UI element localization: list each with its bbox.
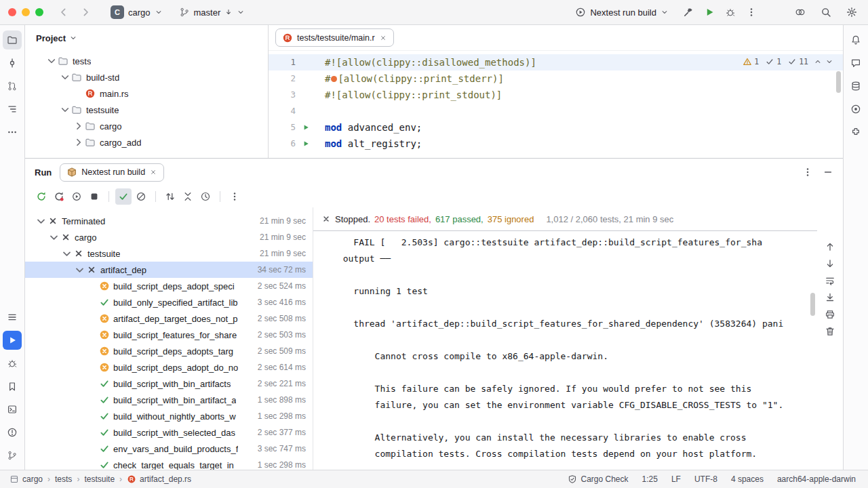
test-tree-item[interactable]: build_script_deps_adopt_speci2 sec 524 m…: [25, 278, 313, 294]
tool-stripe-database[interactable]: [846, 77, 865, 96]
chevron-down-icon[interactable]: [60, 247, 73, 260]
test-tree-item[interactable]: Terminated21 min 9 sec: [25, 213, 313, 229]
tool-stripe-more[interactable]: [3, 123, 22, 142]
window-close-button[interactable]: [8, 8, 16, 16]
run-configuration-widget[interactable]: Nextest run build: [570, 5, 673, 20]
code-line[interactable]: 4: [269, 103, 843, 119]
tool-stripe-problems[interactable]: [3, 423, 22, 442]
chevron-down-icon[interactable]: [35, 215, 47, 228]
tool-stripe-menu[interactable]: [3, 308, 22, 327]
test-tree-item[interactable]: artifact_dep_target_does_not_p2 sec 508 …: [25, 310, 313, 327]
test-tree-item[interactable]: artifact_dep34 sec 72 ms: [25, 262, 313, 278]
window-minimize-button[interactable]: [22, 8, 30, 16]
run-icon[interactable]: [704, 7, 715, 18]
test-tree-item[interactable]: build_script_with_bin_artifact_a1 sec 89…: [25, 392, 313, 408]
tool-stripe-project[interactable]: [3, 30, 22, 49]
tool-stripe-ai-assistant[interactable]: [846, 54, 865, 73]
tool-stripe-commit[interactable]: [3, 54, 22, 73]
status-widget-aarch64-apple-darwin[interactable]: aarch64-apple-darwin: [777, 474, 856, 484]
scroll-down-icon[interactable]: [825, 258, 835, 269]
console-scrollbar[interactable]: [810, 293, 815, 316]
project-tree-item[interactable]: cargo: [25, 118, 268, 134]
minimize-icon[interactable]: [823, 167, 833, 178]
run-gutter-slot[interactable]: [296, 123, 316, 131]
more-v-icon[interactable]: [746, 7, 757, 18]
test-tree-item[interactable]: cargo21 min 9 sec: [25, 229, 313, 245]
show-passed-button[interactable]: [115, 188, 132, 205]
tool-stripe-plugins[interactable]: [846, 123, 865, 142]
auto-test-button[interactable]: [68, 188, 85, 205]
test-tree-item[interactable]: build_script_with_bin_artifacts2 sec 221…: [25, 375, 313, 392]
breadcrumb-testsuite[interactable]: testsuite: [84, 474, 115, 484]
breadcrumb-tests[interactable]: tests: [55, 474, 72, 484]
window-zoom-button[interactable]: [35, 8, 43, 16]
run-gutter-slot[interactable]: [296, 140, 316, 148]
chevron-down-icon[interactable]: [47, 231, 60, 244]
scroll-up-icon[interactable]: [825, 241, 835, 252]
code-line[interactable]: 2#[allow(clippy::print_stderr)]: [269, 70, 843, 87]
chevron-down-icon[interactable]: [45, 55, 58, 67]
test-tree-item[interactable]: build_only_specified_artifact_lib3 sec 4…: [25, 294, 313, 310]
status-widget-1-25[interactable]: 1:25: [642, 474, 658, 484]
status-widget-utf-8[interactable]: UTF-8: [694, 474, 717, 484]
test-tree-item[interactable]: build_without_nightly_aborts_w1 sec 298 …: [25, 408, 313, 424]
tool-stripe-coverage[interactable]: [846, 100, 865, 119]
show-ignored-button[interactable]: [133, 188, 149, 205]
collapse-all-button[interactable]: [180, 188, 196, 205]
editor-tab[interactable]: tests/testsuite/main.r: [275, 28, 394, 47]
tool-stripe-version-control[interactable]: [3, 446, 22, 465]
project-tree-item[interactable]: build-std: [25, 69, 268, 85]
tool-stripe-debug[interactable]: [3, 354, 22, 373]
editor-scrollbar[interactable]: [836, 71, 841, 93]
tool-stripe-terminal[interactable]: [3, 400, 22, 419]
more-v-icon[interactable]: [802, 167, 813, 178]
project-panel-header[interactable]: Project: [25, 25, 268, 51]
chevron-down-icon[interactable]: [59, 71, 71, 83]
test-tree-item[interactable]: env_vars_and_build_products_f3 sec 747 m…: [25, 441, 313, 457]
forward-icon[interactable]: [80, 7, 91, 18]
stop-button[interactable]: [86, 188, 102, 205]
status-widget-4-spaces[interactable]: 4 spaces: [731, 474, 764, 484]
breadcrumb-cargo[interactable]: cargo: [9, 474, 43, 484]
code-line[interactable]: 3#![allow(clippy::print_stdout)]: [269, 87, 843, 103]
status-widget-lf[interactable]: LF: [671, 474, 681, 484]
inspection-warning-count[interactable]: 1: [743, 54, 759, 70]
rerun-button[interactable]: [33, 188, 50, 205]
close-icon[interactable]: [379, 34, 387, 42]
debug-icon[interactable]: [725, 7, 736, 18]
test-tree-item[interactable]: testsuite21 min 9 sec: [25, 245, 313, 262]
status-widget-cargo-check[interactable]: Cargo Check: [568, 474, 628, 484]
chevron-down-icon[interactable]: [73, 264, 86, 277]
test-tree-item[interactable]: build_script_with_selected_das2 sec 377 …: [25, 424, 313, 441]
branch-widget[interactable]: master: [174, 5, 250, 20]
project-tree-item[interactable]: testsuite: [25, 102, 268, 118]
settings-icon[interactable]: [846, 7, 857, 18]
test-tree-item[interactable]: build_script_deps_adopt_do_no2 sec 614 m…: [25, 359, 313, 375]
tool-stripe-structure[interactable]: [3, 100, 22, 119]
sort-button[interactable]: [162, 188, 178, 205]
chevron-down-icon[interactable]: [59, 104, 71, 116]
soft-wrap-icon[interactable]: [825, 275, 835, 286]
inspection-check-count[interactable]: 11: [787, 54, 808, 70]
console-output[interactable]: FAIL [ 2.503s] cargo::testsuite artifact…: [313, 231, 817, 470]
code-editor[interactable]: 1#![allow(clippy::disallowed_methods)]2#…: [269, 51, 843, 158]
test-console[interactable]: Stopped. 20 tests failed, 617 passed, 37…: [313, 207, 817, 470]
search-icon[interactable]: [821, 7, 831, 18]
more-v-button[interactable]: [226, 188, 243, 205]
clear-icon[interactable]: [825, 326, 835, 337]
inspection-check-count[interactable]: 1: [765, 54, 781, 70]
run-gutter-icon[interactable]: [302, 140, 310, 148]
tool-stripe-bookmarks[interactable]: [3, 377, 22, 396]
back-icon[interactable]: [58, 7, 69, 18]
test-tree-item[interactable]: build_script_deps_adopts_targ2 sec 509 m…: [25, 343, 313, 359]
chevron-up-icon[interactable]: [814, 58, 822, 66]
print-icon[interactable]: [825, 309, 835, 320]
inspections-widget[interactable]: 1111: [736, 54, 833, 70]
chevron-down-icon[interactable]: [825, 58, 833, 66]
code-line[interactable]: 6mod alt_registry;: [269, 136, 843, 152]
project-tree-item[interactable]: main.rs: [25, 85, 268, 102]
code-line[interactable]: 5mod advanced_env;: [269, 119, 843, 136]
project-tree-item[interactable]: cargo_add: [25, 134, 268, 150]
build-icon[interactable]: [683, 7, 694, 18]
scroll-end-icon[interactable]: [825, 292, 835, 303]
